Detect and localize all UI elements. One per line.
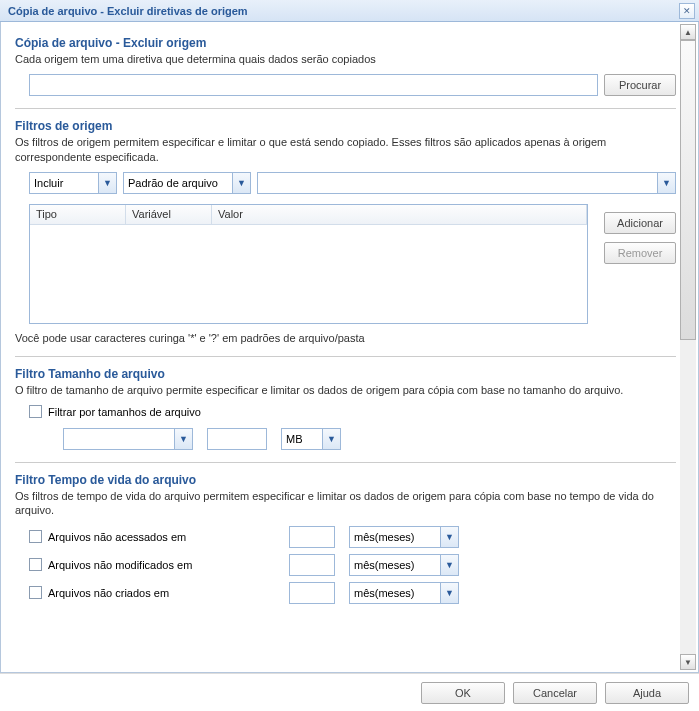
- size-operator-combo[interactable]: ▼: [63, 428, 193, 450]
- created-unit-combo[interactable]: mês(meses) ▼: [349, 582, 459, 604]
- section-size-desc: O filtro de tamanho de arquivo permite e…: [15, 383, 676, 397]
- section-lifetime-title: Filtro Tempo de vida do arquivo: [15, 473, 676, 487]
- col-variavel: Variável: [126, 205, 212, 224]
- chevron-down-icon[interactable]: ▼: [232, 173, 250, 193]
- scroll-down-icon[interactable]: ▼: [680, 654, 696, 670]
- filter-type-combo[interactable]: Incluir ▼: [29, 172, 117, 194]
- chevron-down-icon[interactable]: ▼: [440, 527, 458, 547]
- filters-grid[interactable]: Tipo Variável Valor: [29, 204, 588, 324]
- size-value-input[interactable]: [207, 428, 267, 450]
- accessed-label: Arquivos não acessados em: [48, 531, 186, 543]
- scroll-thumb[interactable]: [680, 40, 696, 340]
- col-tipo: Tipo: [30, 205, 126, 224]
- accessed-checkbox[interactable]: [29, 530, 42, 543]
- divider: [15, 462, 676, 463]
- section-copy-desc: Cada origem tem uma diretiva que determi…: [15, 52, 676, 66]
- modified-value-input[interactable]: [289, 554, 335, 576]
- chevron-down-icon[interactable]: ▼: [174, 429, 192, 449]
- cancel-button[interactable]: Cancelar: [513, 682, 597, 704]
- filter-pattern-value: Padrão de arquivo: [124, 177, 232, 189]
- section-lifetime-desc: Os filtros de tempo de vida do arquivo p…: [15, 489, 676, 518]
- chevron-down-icon[interactable]: ▼: [322, 429, 340, 449]
- scroll-content: Cópia de arquivo - Excluir origem Cada o…: [3, 24, 680, 670]
- wildcard-hint: Você pode usar caracteres curinga '*' e …: [15, 332, 676, 344]
- accessed-value-input[interactable]: [289, 526, 335, 548]
- created-checkbox[interactable]: [29, 586, 42, 599]
- divider: [15, 108, 676, 109]
- size-filter-checkbox[interactable]: [29, 405, 42, 418]
- dialog-buttons: OK Cancelar Ajuda: [0, 673, 699, 711]
- source-path-input[interactable]: [29, 74, 598, 96]
- grid-header: Tipo Variável Valor: [30, 205, 587, 225]
- chevron-down-icon[interactable]: ▼: [440, 555, 458, 575]
- modified-checkbox[interactable]: [29, 558, 42, 571]
- col-valor: Valor: [212, 205, 587, 224]
- content-frame: Cópia de arquivo - Excluir origem Cada o…: [0, 22, 699, 673]
- browse-button[interactable]: Procurar: [604, 74, 676, 96]
- filter-type-value: Incluir: [30, 177, 98, 189]
- section-size-title: Filtro Tamanho de arquivo: [15, 367, 676, 381]
- modified-unit-combo[interactable]: mês(meses) ▼: [349, 554, 459, 576]
- size-unit-value: MB: [282, 433, 322, 445]
- window-title: Cópia de arquivo - Excluir diretivas de …: [8, 5, 248, 17]
- ok-button[interactable]: OK: [421, 682, 505, 704]
- chevron-down-icon[interactable]: ▼: [98, 173, 116, 193]
- size-filter-label: Filtrar por tamanhos de arquivo: [48, 406, 201, 418]
- divider: [15, 356, 676, 357]
- remove-button[interactable]: Remover: [604, 242, 676, 264]
- created-label: Arquivos não criados em: [48, 587, 169, 599]
- modified-label: Arquivos não modificados em: [48, 559, 192, 571]
- size-unit-combo[interactable]: MB ▼: [281, 428, 341, 450]
- titlebar: Cópia de arquivo - Excluir diretivas de …: [0, 0, 699, 22]
- help-button[interactable]: Ajuda: [605, 682, 689, 704]
- filter-value-combo[interactable]: ▼: [257, 172, 676, 194]
- close-icon[interactable]: ✕: [679, 3, 695, 19]
- add-button[interactable]: Adicionar: [604, 212, 676, 234]
- section-copy-title: Cópia de arquivo - Excluir origem: [15, 36, 676, 50]
- scroll-up-icon[interactable]: ▲: [680, 24, 696, 40]
- accessed-unit-combo[interactable]: mês(meses) ▼: [349, 526, 459, 548]
- vertical-scrollbar[interactable]: ▲ ▼: [680, 24, 696, 670]
- section-filters-desc: Os filtros de origem permitem especifica…: [15, 135, 676, 164]
- chevron-down-icon[interactable]: ▼: [657, 173, 675, 193]
- filter-pattern-combo[interactable]: Padrão de arquivo ▼: [123, 172, 251, 194]
- chevron-down-icon[interactable]: ▼: [440, 583, 458, 603]
- section-filters-title: Filtros de origem: [15, 119, 676, 133]
- created-value-input[interactable]: [289, 582, 335, 604]
